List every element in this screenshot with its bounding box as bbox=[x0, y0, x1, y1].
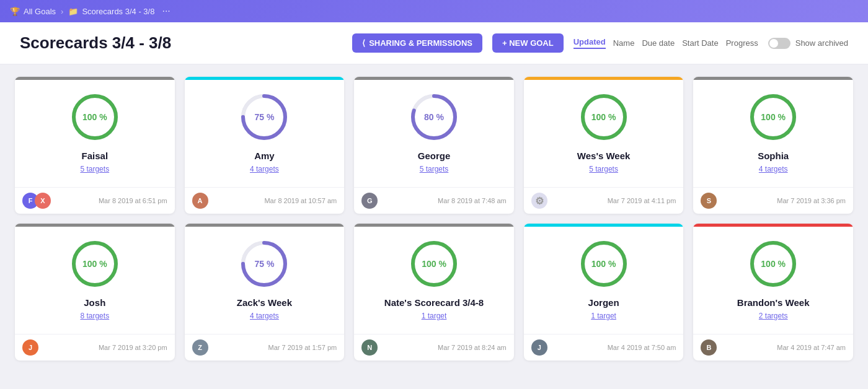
progress-percent: 100 % bbox=[82, 259, 107, 269]
progress-circle: 100 % bbox=[748, 92, 798, 142]
card-targets[interactable]: 1 target bbox=[591, 312, 616, 320]
nav-scorecard[interactable]: 📁 Scorecards 3/4 - 3/8 bbox=[68, 7, 154, 16]
progress-percent: 100 % bbox=[761, 112, 786, 122]
progress-circle: 80 % bbox=[409, 92, 459, 142]
avatar: B bbox=[701, 339, 717, 356]
nav-all-goals[interactable]: 🏆 All Goals bbox=[10, 7, 56, 16]
card-footer: N Mar 7 2019 at 8:24 am bbox=[354, 334, 514, 361]
scorecard-card[interactable]: 100 % Brandon's Week 2 targets B Mar 4 2… bbox=[693, 224, 853, 361]
progress-percent: 80 % bbox=[424, 112, 444, 122]
card-timestamp: Mar 4 2019 at 7:47 am bbox=[777, 344, 846, 351]
scorecard-card[interactable]: 75 % Zack's Week 4 targets Z Mar 7 2019 … bbox=[185, 224, 345, 361]
sharing-permissions-button[interactable]: ⟨ SHARING & PERMISSIONS bbox=[352, 33, 482, 53]
page-title: Scorecards 3/4 - 3/8 bbox=[20, 33, 342, 53]
card-name: Brandon's Week bbox=[737, 297, 810, 308]
sort-start-date[interactable]: Start Date bbox=[682, 38, 719, 48]
avatar: ⚙ bbox=[531, 193, 547, 209]
card-name: Sophia bbox=[758, 151, 789, 161]
card-body: 100 % Jorgen 1 target bbox=[524, 227, 684, 334]
progress-percent: 100 % bbox=[591, 112, 616, 122]
card-body: 100 % Faisal 5 targets bbox=[15, 80, 175, 187]
avatar-group: F X bbox=[22, 193, 51, 209]
card-footer: B Mar 4 2019 at 7:47 am bbox=[693, 334, 853, 361]
nav-all-goals-label: All Goals bbox=[24, 7, 56, 16]
card-body: 100 % Josh 8 targets bbox=[15, 227, 175, 334]
avatar: A bbox=[192, 193, 208, 209]
show-archived-toggle[interactable] bbox=[768, 38, 790, 49]
card-footer: S Mar 7 2019 at 3:36 pm bbox=[693, 187, 853, 214]
progress-percent: 75 % bbox=[254, 259, 274, 269]
card-name: Josh bbox=[84, 297, 105, 308]
card-targets[interactable]: 4 targets bbox=[250, 165, 279, 173]
scorecard-card[interactable]: 80 % George 5 targets G Mar 8 2019 at 7:… bbox=[354, 77, 514, 214]
progress-percent: 100 % bbox=[591, 259, 616, 269]
avatar: G bbox=[361, 193, 378, 209]
card-name: Faisal bbox=[82, 151, 108, 161]
card-targets[interactable]: 5 targets bbox=[420, 165, 449, 173]
folder-icon: 📁 bbox=[68, 7, 78, 16]
card-footer: F X Mar 8 2019 at 6:51 pm bbox=[15, 187, 175, 214]
card-targets[interactable]: 8 targets bbox=[80, 312, 109, 320]
card-body: 80 % George 5 targets bbox=[354, 80, 514, 187]
card-timestamp: Mar 8 2019 at 10:57 am bbox=[264, 197, 337, 204]
progress-percent: 100 % bbox=[761, 259, 786, 269]
new-goal-button[interactable]: + NEW GOAL bbox=[492, 33, 564, 53]
nav-more-dots[interactable]: ··· bbox=[162, 6, 170, 17]
card-name: Amy bbox=[254, 151, 275, 161]
scorecard-card[interactable]: 75 % Amy 4 targets A Mar 8 2019 at 10:57… bbox=[185, 77, 345, 214]
sort-progress[interactable]: Progress bbox=[726, 38, 758, 48]
card-targets[interactable]: 2 targets bbox=[759, 312, 788, 320]
card-timestamp: Mar 7 2019 at 3:20 pm bbox=[99, 344, 167, 351]
avatar: J bbox=[531, 339, 547, 356]
progress-circle: 100 % bbox=[70, 92, 120, 142]
card-targets[interactable]: 5 targets bbox=[80, 165, 109, 173]
sort-due-date[interactable]: Due date bbox=[642, 38, 675, 48]
avatar-2: X bbox=[35, 193, 51, 209]
sort-updated[interactable]: Updated bbox=[574, 37, 606, 49]
card-footer: J Mar 7 2019 at 3:20 pm bbox=[15, 334, 175, 361]
scorecard-card[interactable]: 100 % Faisal 5 targets F X Mar 8 2019 at… bbox=[15, 77, 175, 214]
progress-percent: 100 % bbox=[82, 112, 107, 122]
card-name: George bbox=[418, 151, 451, 161]
card-targets[interactable]: 5 targets bbox=[589, 165, 618, 173]
scorecard-card[interactable]: 100 % Josh 8 targets J Mar 7 2019 at 3:2… bbox=[15, 224, 175, 361]
trophy-icon: 🏆 bbox=[10, 7, 20, 16]
page-header: Scorecards 3/4 - 3/8 ⟨ SHARING & PERMISS… bbox=[0, 22, 868, 64]
progress-percent: 75 % bbox=[254, 112, 274, 122]
card-timestamp: Mar 8 2019 at 6:51 pm bbox=[99, 197, 167, 204]
share-icon: ⟨ bbox=[362, 38, 365, 48]
avatar: Z bbox=[192, 339, 208, 356]
scorecard-card[interactable]: 100 % Sophia 4 targets S Mar 7 2019 at 3… bbox=[693, 77, 853, 214]
card-targets[interactable]: 1 target bbox=[422, 312, 447, 320]
card-timestamp: Mar 4 2019 at 7:50 am bbox=[608, 344, 676, 351]
card-footer: G Mar 8 2019 at 7:48 am bbox=[354, 187, 514, 214]
show-archived-wrapper: Show archived bbox=[768, 38, 848, 49]
card-body: 100 % Sophia 4 targets bbox=[693, 80, 853, 187]
progress-percent: 100 % bbox=[422, 259, 446, 269]
card-name: Nate's Scorecard 3/4-8 bbox=[384, 297, 484, 308]
avatar: J bbox=[22, 339, 38, 356]
card-targets[interactable]: 4 targets bbox=[250, 312, 279, 320]
card-footer: A Mar 8 2019 at 10:57 am bbox=[185, 187, 345, 214]
card-targets[interactable]: 4 targets bbox=[759, 165, 788, 173]
sort-name[interactable]: Name bbox=[613, 38, 635, 48]
progress-circle: 75 % bbox=[239, 239, 289, 289]
top-nav: 🏆 All Goals › 📁 Scorecards 3/4 - 3/8 ··· bbox=[0, 0, 868, 22]
card-name: Zack's Week bbox=[237, 297, 292, 308]
progress-circle: 100 % bbox=[748, 239, 798, 289]
scorecard-card[interactable]: 100 % Jorgen 1 target J Mar 4 2019 at 7:… bbox=[524, 224, 684, 361]
card-timestamp: Mar 7 2019 at 4:11 pm bbox=[608, 197, 676, 204]
card-timestamp: Mar 7 2019 at 3:36 pm bbox=[777, 197, 846, 204]
scorecard-card[interactable]: 100 % Nate's Scorecard 3/4-8 1 target N … bbox=[354, 224, 514, 361]
card-timestamp: Mar 7 2019 at 1:57 pm bbox=[268, 344, 337, 351]
sort-options: Updated Name Due date Start Date Progres… bbox=[574, 37, 758, 49]
card-timestamp: Mar 7 2019 at 8:24 am bbox=[438, 344, 507, 351]
scorecard-card[interactable]: 100 % Wes's Week 5 targets ⚙ Mar 7 2019 … bbox=[524, 77, 684, 214]
nav-separator-1: › bbox=[61, 7, 63, 16]
progress-circle: 75 % bbox=[239, 92, 289, 142]
progress-circle: 100 % bbox=[70, 239, 120, 289]
progress-circle: 100 % bbox=[579, 239, 629, 289]
card-footer: Z Mar 7 2019 at 1:57 pm bbox=[185, 334, 345, 361]
card-timestamp: Mar 8 2019 at 7:48 am bbox=[438, 197, 507, 204]
card-body: 100 % Wes's Week 5 targets bbox=[524, 80, 684, 187]
